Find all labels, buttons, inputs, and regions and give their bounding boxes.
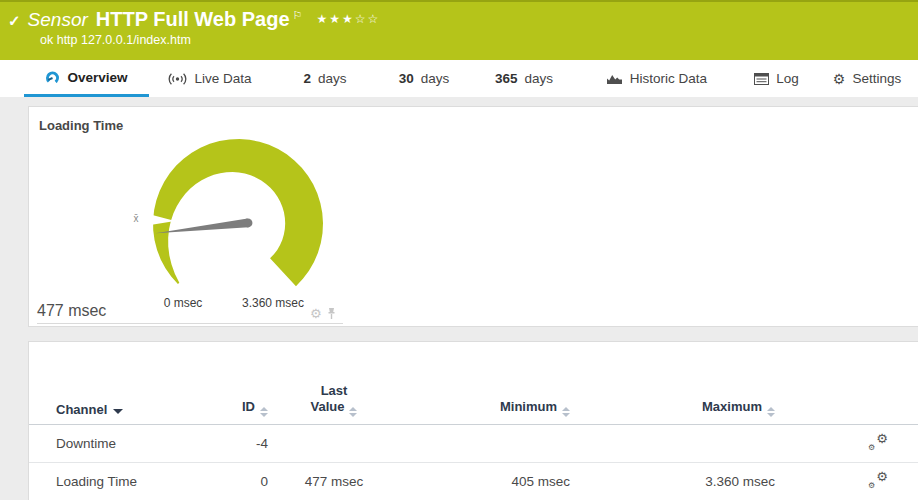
cell-channel: Downtime — [29, 436, 206, 451]
cell-id: 0 — [206, 474, 268, 489]
status-ok-check-icon: ✓ — [8, 12, 21, 30]
tab-number: 30 — [399, 71, 414, 86]
gauge-current-value: 477 msec — [37, 302, 106, 320]
tab-bar: Overview Live Data 2 days 30 days 365 da… — [0, 60, 918, 97]
table-row-loading-time[interactable]: Loading Time 0 477 msec 405 msec 3.360 m… — [29, 463, 918, 500]
cell-last-value: 477 msec — [268, 474, 400, 489]
sort-toggle-icon — [349, 407, 357, 417]
column-header-maximum[interactable]: Maximum — [570, 399, 775, 417]
flag-icon[interactable]: ⚐ — [293, 9, 303, 22]
tab-number: 365 — [495, 71, 518, 86]
column-header-id[interactable]: ID — [206, 399, 268, 417]
tab-label: Live Data — [194, 71, 251, 86]
object-kind-label: Sensor — [28, 9, 88, 31]
gauge-settings-gear-icon[interactable]: ⚙ — [310, 307, 322, 320]
priority-stars[interactable]: ★★★☆☆ — [316, 12, 380, 26]
column-header-minimum[interactable]: Minimum — [400, 399, 570, 417]
tab-label: Overview — [67, 70, 127, 85]
column-label: Value — [311, 399, 345, 414]
tab-live-data[interactable]: Live Data — [149, 60, 271, 97]
broadcast-icon — [168, 72, 187, 86]
gauge-title: Loading Time — [39, 118, 123, 133]
tab-label: days — [525, 71, 554, 86]
column-label: Channel — [56, 402, 107, 417]
sensor-status-message: ok http 127.0.0.1/index.htm — [40, 33, 191, 47]
channel-settings-gears-icon[interactable]: ⚙⚙ — [868, 434, 888, 451]
sensor-header: ✓ Sensor HTTP Full Web Page ⚐ ★★★☆☆ ok h… — [0, 0, 918, 60]
table-row-downtime[interactable]: Downtime -4 ⚙⚙ — [29, 425, 918, 463]
tab-2-days[interactable]: 2 days — [271, 60, 379, 97]
pin-icon[interactable] — [327, 307, 336, 320]
svg-text:x̄: x̄ — [134, 213, 139, 224]
column-label: Last — [321, 383, 348, 398]
gauge-min-label: 0 msec — [153, 296, 213, 310]
tab-365-days[interactable]: 365 days — [469, 60, 579, 97]
cell-channel: Loading Time — [29, 474, 206, 489]
gauge-divider — [37, 323, 343, 324]
column-header-channel[interactable]: Channel — [29, 402, 206, 417]
tab-label: days — [421, 71, 450, 86]
tab-historic-data[interactable]: Historic Data — [579, 60, 734, 97]
tab-30-days[interactable]: 30 days — [379, 60, 469, 97]
overview-gauge-panel: Loading Time x̄ 0 msec 3.360 msec 477 ms… — [28, 106, 918, 327]
column-label: ID — [242, 399, 255, 414]
channel-table-header: Channel ID LastValue Minimum Maximum — [29, 342, 918, 425]
column-header-last-value[interactable]: LastValue — [268, 383, 400, 417]
column-label: Maximum — [702, 399, 762, 414]
cell-maximum: 3.360 msec — [570, 474, 775, 489]
tab-label: days — [318, 71, 347, 86]
tab-log[interactable]: Log — [734, 60, 819, 97]
tab-settings[interactable]: ⚙ Settings — [819, 60, 915, 97]
log-list-icon — [754, 73, 769, 85]
sort-toggle-icon — [562, 407, 570, 417]
channel-settings-gears-icon[interactable]: ⚙⚙ — [868, 472, 888, 489]
channel-table-panel: Channel ID LastValue Minimum Maximum Dow… — [28, 341, 918, 500]
sort-desc-icon — [113, 409, 123, 414]
sensor-name: HTTP Full Web Page — [96, 8, 290, 31]
tab-label: Log — [776, 71, 799, 86]
gauge-max-label: 3.360 msec — [233, 296, 313, 310]
area-chart-icon — [606, 72, 623, 85]
sort-toggle-icon — [260, 407, 268, 417]
tab-label: Settings — [852, 71, 901, 86]
loading-time-gauge: x̄ — [128, 134, 358, 304]
gauge-icon — [45, 70, 60, 85]
tab-number: 2 — [303, 71, 311, 86]
gear-icon: ⚙ — [833, 72, 846, 86]
tab-overview[interactable]: Overview — [24, 60, 149, 97]
gauge-widget-controls: ⚙ — [310, 307, 336, 320]
cell-minimum: 405 msec — [400, 474, 570, 489]
tab-label: Historic Data — [630, 71, 707, 86]
cell-id: -4 — [206, 436, 268, 451]
sensor-title-row: ✓ Sensor HTTP Full Web Page ⚐ ★★★☆☆ — [8, 8, 380, 31]
sort-toggle-icon — [767, 407, 775, 417]
column-label: Minimum — [500, 399, 557, 414]
